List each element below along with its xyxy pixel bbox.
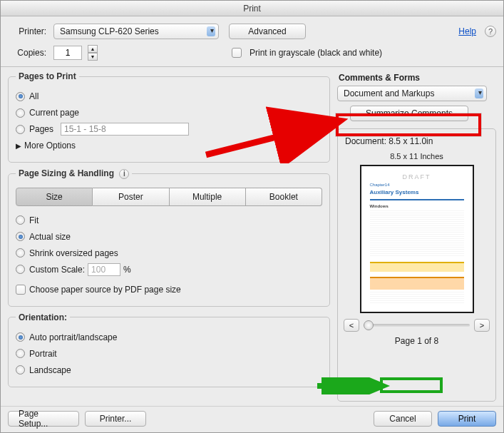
printer-button[interactable]: Printer... — [85, 411, 146, 427]
info-icon[interactable]: i — [119, 169, 129, 179]
radio-actual-label: Actual size — [29, 232, 71, 242]
radio-pages[interactable] — [16, 125, 25, 134]
page-dimensions: 8.5 x 11 Inches — [344, 152, 490, 161]
sizing-legend: Page Sizing & Handling i — [16, 168, 132, 179]
orientation-legend: Orientation: — [16, 312, 70, 322]
radio-actual[interactable] — [16, 232, 25, 241]
printer-btn-label: Printer... — [100, 414, 132, 424]
summarize-comments-button[interactable]: Summarize Comments — [350, 106, 468, 121]
page-setup-label: Page Setup... — [19, 409, 68, 429]
radio-shrink-label: Shrink oversized pages — [29, 248, 118, 258]
stepper-down-icon[interactable]: ▼ — [88, 53, 98, 61]
advanced-button[interactable]: Advanced — [229, 24, 306, 39]
warning-block — [370, 262, 464, 272]
copies-label: Copies: — [8, 48, 46, 58]
disclosure-triangle-icon: ▶ — [16, 142, 21, 150]
page-setup-button[interactable]: Page Setup... — [8, 411, 79, 427]
radio-custom[interactable] — [16, 265, 25, 274]
tab-poster[interactable]: Poster — [93, 188, 169, 206]
print-label: Print — [458, 414, 476, 424]
print-button[interactable]: Print — [438, 411, 496, 427]
copies-input[interactable] — [53, 46, 82, 60]
comments-select[interactable]: Document and Markups — [337, 86, 487, 101]
more-options-label: More Options — [24, 141, 76, 151]
printer-selected: Samsung CLP-620 Series — [60, 26, 159, 36]
custom-scale-unit: % — [123, 265, 131, 275]
comments-legend: Comments & Forms — [339, 73, 496, 83]
advanced-label: Advanced — [248, 26, 286, 36]
window-title: Print — [1, 1, 503, 16]
radio-all[interactable] — [16, 92, 25, 101]
tab-size[interactable]: Size — [16, 188, 93, 206]
radio-fit-label: Fit — [29, 215, 38, 225]
radio-fit[interactable] — [16, 215, 25, 225]
page-sizing-group: Page Sizing & Handling i Size Poster Mul… — [8, 168, 330, 307]
tab-booklet[interactable]: Booklet — [246, 188, 322, 206]
pages-legend: Pages to Print — [16, 71, 79, 81]
page-slider[interactable] — [364, 324, 470, 327]
pages-range-input[interactable]: 15-1 - 15-8 — [61, 123, 189, 136]
radio-custom-label: Custom Scale: — [29, 265, 85, 275]
cancel-label: Cancel — [389, 414, 416, 424]
preview-section: Windows — [370, 204, 464, 208]
radio-auto-orient-label: Auto portrait/landscape — [29, 332, 117, 342]
copies-stepper[interactable]: ▲ ▼ — [88, 45, 98, 61]
preview-pane: Document: 8.5 x 11.0in 8.5 x 11 Inches D… — [337, 128, 496, 402]
radio-auto-orient[interactable] — [16, 332, 25, 342]
radio-shrink[interactable] — [16, 248, 25, 258]
watermark: DRAFT — [370, 173, 464, 180]
printer-label: Printer: — [8, 26, 46, 36]
choose-source-checkbox[interactable] — [16, 285, 26, 295]
cancel-button[interactable]: Cancel — [374, 411, 432, 427]
radio-landscape[interactable] — [16, 365, 25, 375]
orientation-group: Orientation: Auto portrait/landscape Por… — [8, 312, 330, 387]
prev-page-button[interactable]: < — [344, 319, 359, 332]
slider-thumb[interactable] — [364, 320, 374, 330]
stepper-up-icon[interactable]: ▲ — [88, 45, 98, 53]
tab-multiple[interactable]: Multiple — [170, 188, 246, 206]
page-indicator: Page 1 of 8 — [344, 336, 490, 346]
choose-source-label: Choose paper source by PDF page size — [29, 285, 181, 295]
printer-select[interactable]: Samsung CLP-620 Series — [53, 24, 219, 39]
radio-pages-label: Pages — [29, 124, 58, 134]
grayscale-label: Print in grayscale (black and white) — [250, 48, 382, 58]
custom-scale-input[interactable]: 100 — [88, 263, 120, 276]
radio-all-label: All — [29, 91, 38, 101]
pages-to-print-group: Pages to Print All Current page Pages 15… — [8, 71, 330, 163]
caution-block — [370, 277, 464, 290]
radio-current-label: Current page — [29, 108, 79, 118]
preview-chapter: Chapter14 — [370, 183, 464, 187]
radio-portrait-label: Portrait — [29, 349, 57, 359]
sizing-tabs: Size Poster Multiple Booklet — [16, 188, 322, 206]
page-preview: DRAFT Chapter14 Auxiliary Systems Window… — [360, 165, 474, 313]
help-link[interactable]: Help — [458, 26, 476, 36]
help-icon[interactable]: ? — [485, 26, 496, 37]
comments-selected: Document and Markups — [344, 88, 434, 98]
next-page-button[interactable]: > — [474, 319, 490, 332]
radio-portrait[interactable] — [16, 349, 25, 358]
grayscale-checkbox[interactable] — [232, 48, 242, 58]
summarize-label: Summarize Comments — [366, 108, 453, 118]
more-options-toggle[interactable]: ▶ More Options — [16, 138, 322, 153]
radio-current[interactable] — [16, 108, 25, 118]
document-dimensions: Document: 8.5 x 11.0in — [345, 136, 490, 146]
preview-title: Auxiliary Systems — [370, 189, 464, 195]
radio-landscape-label: Landscape — [29, 365, 71, 375]
divider — [1, 66, 503, 67]
